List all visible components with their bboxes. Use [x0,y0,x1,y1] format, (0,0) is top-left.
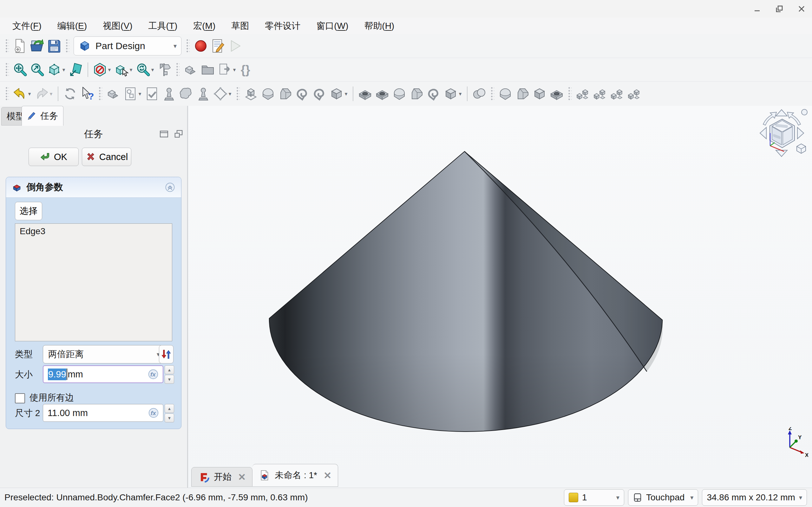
thickness-button[interactable] [548,84,565,104]
additive-helix-button[interactable] [311,84,328,104]
menu-item-6[interactable]: 零件设计 [257,18,308,34]
minimize-button[interactable] [750,3,764,15]
navigation-style-selector[interactable]: Touchpad ▾ [628,489,698,506]
edit-macro-button[interactable] [209,36,226,56]
nav-arrow-up[interactable] [776,110,787,116]
toolbar-handle[interactable] [568,87,571,101]
create-clone-button[interactable] [177,84,195,104]
collapse-section-button[interactable] [164,181,176,193]
toolbar-handle[interactable] [5,62,9,77]
save-button[interactable] [46,36,63,56]
whats-this-button[interactable] [79,84,96,104]
restore-button[interactable] [772,3,786,15]
toolbar-handle[interactable] [5,87,9,101]
measure-button[interactable] [156,60,173,79]
refresh-button[interactable] [61,84,79,104]
linear-pattern-button[interactable] [591,84,608,104]
polar-pattern-button[interactable] [608,84,625,104]
size2-input[interactable]: 11.00 mm [43,404,163,422]
groove-button[interactable] [391,84,408,104]
size-spin-down-button[interactable]: ▼ [165,375,174,384]
workbench-selector[interactable]: Part Design▾ [73,37,182,55]
align-to-selection-button[interactable] [67,60,84,79]
tab-start-page[interactable]: 开始 ✕ [191,467,252,487]
validate-sketch-button[interactable] [143,84,160,104]
tab-document-close-icon[interactable]: ✕ [322,470,332,481]
box-selection-button[interactable]: ▾ [113,60,135,79]
undo-button[interactable]: ▾ [11,84,33,104]
menu-item-0[interactable]: 文件(F) [4,18,49,34]
menu-item-7[interactable]: 窗口(W) [308,18,356,34]
cone-model[interactable] [188,106,812,488]
open-document-button[interactable] [29,36,46,56]
size-input[interactable]: 9.99mm [43,365,163,383]
additive-pipe-button[interactable] [294,84,311,104]
close-button[interactable] [794,3,809,15]
record-macro-button[interactable] [192,36,209,56]
nav-mini-cube[interactable] [797,144,806,153]
additive-loft-button[interactable] [276,84,294,104]
toolbar-handle[interactable] [65,39,69,53]
dock-undock-button[interactable] [174,129,183,140]
navigation-cube[interactable] [756,107,810,161]
create-body-button[interactable] [105,84,122,104]
expression-fx-icon[interactable] [148,407,159,418]
menu-item-5[interactable]: 草图 [223,18,257,34]
flip-direction-button[interactable] [159,345,173,363]
subtractive-primitive-button[interactable]: ▾ [442,84,464,104]
fit-all-button[interactable] [11,60,29,79]
size-spin-up-button[interactable]: ▲ [165,365,174,374]
menu-item-4[interactable]: 宏(M) [185,18,223,34]
cancel-button[interactable]: Cancel [82,148,131,166]
new-document-button[interactable] [11,36,29,56]
revolution-button[interactable] [259,84,276,104]
size2-spin-up-button[interactable]: ▲ [165,404,174,413]
tab-tasks[interactable]: 任务 [21,106,63,126]
layer-selector[interactable]: 1 ▾ [564,489,624,506]
menu-item-3[interactable]: 工具(T) [140,18,185,34]
hole-button[interactable] [374,84,391,104]
link-actions-button[interactable]: ▾ [216,60,238,79]
menu-item-8[interactable]: 帮助(H) [356,18,402,34]
menu-item-1[interactable]: 编辑(E) [49,18,95,34]
nav-arrow-down[interactable] [776,150,787,157]
dock-float-button[interactable] [159,129,169,140]
subtractive-loft-button[interactable] [408,84,425,104]
toolbar-handle[interactable] [98,87,102,101]
pad-button[interactable] [242,84,259,104]
chamfer-type-select[interactable]: 两倍距离 ▾ [43,345,165,363]
toolbar-handle[interactable] [490,87,494,101]
toolbar-handle[interactable] [186,39,190,53]
execute-macro-button[interactable] [226,36,244,56]
viewport-3d[interactable]: Z Y X 开始 ✕ 未命名 : 1* ✕ [188,106,812,488]
subtractive-pipe-button[interactable] [425,84,442,104]
menu-item-2[interactable]: 视图(V) [95,18,140,34]
tab-start-close-icon[interactable]: ✕ [236,471,246,483]
create-group-button[interactable] [199,60,216,79]
standard-views-button[interactable]: ▾ [46,60,67,79]
create-subshapebinder-button[interactable] [195,84,212,104]
use-all-edges-checkbox[interactable] [15,393,25,403]
create-sketch-button[interactable]: ▾ [122,84,143,104]
toolbar-handle[interactable] [176,62,180,77]
pocket-button[interactable] [357,84,374,104]
expression-fx-icon[interactable] [148,369,159,380]
select-edges-button[interactable]: 选择 [15,202,42,220]
toolbar-handle[interactable] [236,87,240,101]
boolean-operation-button[interactable] [471,84,488,104]
tab-document[interactable]: 未命名 : 1* ✕ [252,464,338,487]
edge-list-item[interactable]: Edge3 [15,224,172,239]
view-sync-button[interactable]: ▾ [135,60,156,79]
clipping-plane-button[interactable]: ▾ [91,60,113,79]
redo-button[interactable]: ▾ [33,84,55,104]
size2-spin-down-button[interactable]: ▼ [165,413,174,422]
chamfer-button[interactable] [514,84,531,104]
ok-button[interactable]: OK [29,148,79,166]
toolbar-handle[interactable] [5,39,9,53]
multitransform-button[interactable] [625,84,643,104]
chamfer-section-header[interactable]: 倒角参数 [6,177,181,198]
additive-primitive-button[interactable]: ▾ [328,84,350,104]
nav-arrow-right[interactable] [798,127,804,139]
edge-list[interactable]: Edge3 [15,223,172,341]
viewport-dimensions-selector[interactable]: 34.86 mm x 20.12 mm ▾ [702,489,807,506]
